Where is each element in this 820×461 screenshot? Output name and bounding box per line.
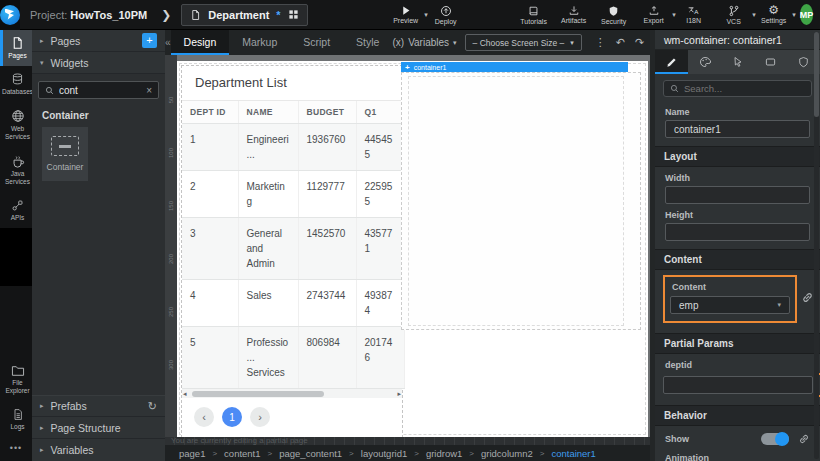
page-structure-section-header[interactable]: ▸ Page Structure [32,417,165,439]
page-selector[interactable]: Department * [181,4,307,26]
current-page-button[interactable]: 1 [222,407,242,427]
page-canvas[interactable]: Department List DEPT ID NAME BUDGET Q1 [177,61,648,437]
widgets-section-header[interactable]: ▾ Widgets [32,52,165,74]
table-row[interactable]: 4Sales2743744493874 [182,280,404,327]
properties-search[interactable] [663,80,812,97]
container1-selection-bar[interactable]: + container1 [401,62,628,72]
tab-styles[interactable] [688,50,721,74]
partial-page-note: You are currently editing a partial page [165,437,650,445]
rail-item-databases[interactable]: Databases [0,66,32,102]
content-property-row: Content emp ▾ [655,270,820,325]
rail-item-pages[interactable]: Pages [0,30,32,66]
height-input[interactable] [674,227,801,238]
rail-item-java-services[interactable]: Java Services [0,148,32,193]
artifacts-button[interactable]: Artifacts [554,0,594,30]
rail-item-logs[interactable]: Logs [0,402,32,437]
design-toolbar: « Design Markup Script Style (x) Variabl… [165,30,650,55]
properties-search-input[interactable] [684,83,805,94]
tab-style[interactable]: Style [343,30,392,55]
preview-button[interactable]: Preview ▾ [386,0,426,30]
name-field-wrap [665,120,810,138]
width-input[interactable] [674,190,801,201]
scrollbar-thumb[interactable] [192,391,324,397]
table-row[interactable]: 3General and Admin1452570435771 [182,218,404,280]
panel-scrollbar-thumb[interactable] [814,32,819,117]
clear-search-icon[interactable]: × [146,85,152,96]
partial-params-section-header[interactable]: Partial Params [655,333,820,354]
panel-scrollbar[interactable] [814,32,819,459]
col-header[interactable]: NAME [238,101,298,124]
col-header[interactable]: Q1 [356,101,404,124]
container1-widget[interactable] [401,72,641,330]
scroll-left-icon[interactable]: ◂ [183,389,187,398]
undo-icon[interactable]: ↶ [611,36,630,49]
screen-size-select[interactable]: – Choose Screen Size – ▾ [465,34,582,51]
variables-button[interactable]: (x) Variables ▾ [392,37,456,48]
rail-item-file-explorer[interactable]: File Explorer [0,359,32,402]
refresh-icon[interactable]: ↻ [148,400,157,413]
add-icon[interactable]: + [405,63,410,72]
export-button[interactable]: Export ▾ [634,0,674,30]
redo-icon[interactable]: ↷ [630,36,649,49]
table-row[interactable]: 1Engineeri...1936760445455 [182,124,404,171]
bind-show-button[interactable] [798,433,810,445]
tab-events[interactable] [721,50,754,74]
project-title: Project: HowTos_10PM [30,9,147,21]
table-horizontal-scrollbar[interactable]: ◂ ▸ [182,389,402,398]
rail-item-web-services[interactable]: Web Services [0,103,32,148]
tri-right-icon: ▸ [40,446,44,454]
deptid-input[interactable] [672,380,804,391]
breadcrumb-item[interactable]: layoutgrid1 [361,448,407,459]
table-row[interactable]: 5Professio... Services806984201746 [182,327,404,389]
tab-markup[interactable]: Markup [229,30,290,55]
scroll-right-icon[interactable]: ▸ [397,389,401,398]
pages-grid-icon[interactable] [288,9,299,20]
widget-search-input[interactable] [59,85,141,96]
breadcrumb-item[interactable]: gridrow1 [426,448,462,459]
breadcrumb-item[interactable]: content1 [224,448,260,459]
user-avatar[interactable]: MP [800,4,814,25]
i18n-button[interactable]: A I18N [674,0,714,30]
add-page-button[interactable]: + [142,33,157,48]
data-table-widget[interactable]: Department List DEPT ID NAME BUDGET Q1 [181,65,403,437]
variables-section-header[interactable]: ▸ Variables [32,439,165,461]
breadcrumb-item[interactable]: page1 [179,448,205,459]
rail-item-apis[interactable]: APIs [0,193,32,228]
security-button[interactable]: Security [594,0,634,30]
tutorials-button[interactable]: Tutorials [514,0,554,30]
prev-page-button[interactable]: ‹ [194,407,214,427]
col-header[interactable]: BUDGET [298,101,356,124]
next-page-button[interactable]: › [250,407,270,427]
content-select[interactable]: emp ▾ [670,296,790,314]
breadcrumb-item[interactable]: gridcolumn2 [481,448,533,459]
name-input[interactable] [674,124,801,135]
play-icon [400,5,412,16]
content-section-header[interactable]: Content [655,249,820,270]
breadcrumb-item-current[interactable]: container1 [551,448,595,459]
app-logo[interactable] [0,0,20,30]
caret-down-icon[interactable]: ▾ [792,11,796,19]
tab-device[interactable] [754,50,787,74]
behavior-section-header[interactable]: Behavior [655,405,820,426]
bind-content-button[interactable] [801,291,814,304]
more-options-icon[interactable]: ••• [0,437,32,461]
height-label: Height [655,204,820,223]
container-widget-tile[interactable]: Container [42,127,88,181]
prefabs-section-header[interactable]: ▸ Prefabs ↻ [32,395,165,417]
col-header[interactable]: DEPT ID [182,101,238,124]
tab-script[interactable]: Script [290,30,343,55]
breadcrumb-item[interactable]: page_content1 [279,448,342,459]
tab-design[interactable]: Design [171,30,230,55]
show-toggle[interactable] [761,433,789,445]
pages-section-header[interactable]: ▸ Pages + [32,30,165,52]
layout-section-header[interactable]: Layout [655,146,820,167]
more-menu-icon[interactable]: ⋮ [590,36,611,49]
widget-search[interactable]: × [38,81,159,99]
tab-properties[interactable] [655,50,688,74]
breadcrumb-separator: > [268,449,273,458]
vcs-button[interactable]: VCS ▾ [714,0,754,30]
deploy-button[interactable]: Deploy [426,0,466,30]
table-row[interactable]: 2Marketing1129777225955 [182,171,404,218]
breadcrumb-separator: > [414,449,419,458]
settings-button[interactable]: ⚙ Settings ▾ [754,0,794,30]
